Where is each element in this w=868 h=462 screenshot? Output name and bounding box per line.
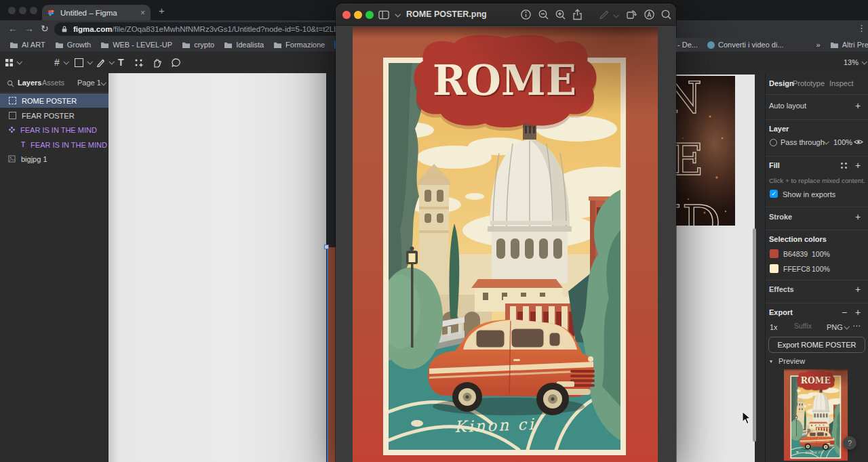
blend-mode-dropdown[interactable]: Pass through	[781, 138, 825, 146]
window-zoom-button[interactable]	[30, 7, 37, 14]
remove-export-icon[interactable]: −	[842, 307, 847, 318]
selection-handle[interactable]	[324, 245, 329, 249]
svg-text:N: N	[675, 76, 702, 123]
new-tab-button[interactable]: +	[159, 5, 165, 16]
figma-favicon	[47, 9, 56, 17]
close-traffic-light[interactable]	[342, 11, 351, 19]
browser-menu-icon[interactable]: ⋮	[857, 23, 866, 33]
add-effect-icon[interactable]: +	[855, 284, 861, 295]
help-button[interactable]: ?	[843, 436, 856, 450]
folder-icon	[273, 41, 282, 49]
window-minimize-button[interactable]	[19, 7, 26, 14]
window-close-button[interactable]	[8, 7, 16, 14]
layer-row-component[interactable]: FEAR IS IN THE MIND	[0, 123, 108, 137]
bookmark-folder[interactable]: Idealista	[224, 41, 264, 49]
search-icon[interactable]	[7, 80, 14, 87]
minimize-traffic-light[interactable]	[354, 11, 362, 19]
add-stroke-icon[interactable]: +	[855, 211, 861, 222]
component-icon	[8, 126, 16, 133]
pen-tool-button[interactable]	[96, 55, 113, 70]
zoom-traffic-light[interactable]	[366, 11, 374, 19]
lock-icon	[61, 25, 68, 33]
comment-tool-button[interactable]	[171, 55, 181, 70]
share-icon[interactable]	[572, 9, 583, 20]
search-icon[interactable]	[660, 9, 672, 20]
layer-row-text[interactable]: T FEAR IS IN THE MIND	[0, 138, 108, 152]
tab-assets[interactable]: Assets	[42, 79, 64, 87]
chevron-down-icon[interactable]	[844, 324, 849, 329]
hand-tool-button[interactable]	[152, 55, 161, 70]
tab-prototype[interactable]: Prototype	[793, 79, 825, 87]
rome-poster-artwork: Kinon ci ROME ROME	[353, 27, 658, 462]
markup-toolbox-icon[interactable]	[644, 9, 655, 20]
eye-icon[interactable]	[854, 138, 863, 146]
export-suffix-input[interactable]	[793, 321, 825, 331]
canvas-frame-fear-poster[interactable]	[108, 73, 326, 462]
bookmarks-overflow-icon[interactable]: »	[816, 41, 821, 49]
show-in-exports-checkbox[interactable]: ✓	[770, 190, 778, 198]
export-scale[interactable]: 1x	[770, 323, 778, 331]
export-button[interactable]: Export ROME POSTER	[768, 337, 865, 353]
forward-icon[interactable]: →	[24, 23, 34, 34]
zoom-level-dropdown[interactable]: 13%	[844, 55, 866, 70]
bookmark-folder[interactable]: WEB - LEVEL-UP	[100, 41, 172, 49]
browser-tab[interactable]: Untitled – Figma ×	[42, 5, 151, 20]
layer-row-image[interactable]: bigjpg 1	[0, 152, 108, 166]
bookmark-folder[interactable]: crypto	[182, 41, 214, 49]
tab-design[interactable]: Design	[769, 79, 794, 87]
color-hex[interactable]: FFEFC8	[783, 265, 810, 273]
folder-icon	[830, 41, 839, 49]
layer-row-fear-poster[interactable]: FEAR POSTER	[0, 108, 108, 123]
color-opacity[interactable]: 100%	[812, 265, 830, 273]
zoom-out-icon[interactable]	[538, 9, 549, 20]
text-tool-button[interactable]: T	[118, 55, 124, 70]
canvas-fear-poster-fragment[interactable]: N E ID	[675, 76, 735, 226]
color-swatch-red[interactable]	[770, 249, 778, 258]
add-auto-layout-icon[interactable]: +	[855, 100, 861, 111]
panel-scrollbar[interactable]	[753, 228, 756, 442]
back-icon[interactable]: ←	[8, 23, 18, 34]
zoom-in-icon[interactable]	[555, 9, 566, 20]
chevron-down-icon	[108, 59, 114, 64]
fear-poster-letters: N E ID	[675, 76, 735, 226]
preview-disclosure-icon[interactable]: ▾	[770, 358, 772, 364]
canvas-frame-rome-poster-edge[interactable]	[328, 247, 336, 462]
mouse-cursor	[742, 411, 751, 425]
markup-pencil-icon[interactable]	[599, 9, 610, 20]
reload-icon[interactable]: ↻	[41, 23, 49, 34]
page-selector[interactable]: Page 1	[77, 79, 101, 87]
chevron-down-icon[interactable]	[613, 12, 618, 18]
color-opacity[interactable]: 100%	[812, 250, 830, 258]
sidebar-toggle-icon[interactable]	[378, 9, 390, 21]
fill-styles-icon[interactable]	[840, 162, 848, 169]
tab-close-icon[interactable]: ×	[140, 8, 145, 18]
layer-opacity[interactable]: 100%	[833, 138, 852, 146]
tab-layers[interactable]: Layers	[18, 79, 41, 87]
add-fill-icon[interactable]: +	[855, 160, 861, 171]
bookmark-converti[interactable]: Converti i video di...	[707, 41, 784, 49]
export-options-icon[interactable]: ⋯	[852, 321, 861, 331]
figma-menu-icon	[5, 58, 14, 67]
blend-mode-icon[interactable]	[770, 139, 777, 146]
color-hex[interactable]: B64839	[783, 250, 808, 258]
text-tool-icon: T	[118, 57, 124, 68]
chevron-down-icon[interactable]	[100, 80, 106, 85]
figma-main-menu[interactable]	[5, 55, 21, 70]
rotate-icon[interactable]	[626, 9, 637, 20]
shape-tool-button[interactable]	[75, 55, 92, 70]
resources-tool-button[interactable]	[134, 55, 143, 70]
add-export-icon[interactable]: +	[855, 307, 861, 318]
bookmark-altri-preferiti[interactable]: Altri Preferiti	[830, 41, 868, 49]
bookmark-folder[interactable]: Formazione	[273, 41, 325, 49]
frame-tool-button[interactable]: #	[54, 55, 68, 70]
layer-row-rome-poster[interactable]: ROME POSTER	[0, 93, 108, 108]
info-icon[interactable]	[520, 9, 532, 20]
chevron-down-icon[interactable]	[395, 12, 400, 17]
bookmark-item[interactable]: - De...	[677, 41, 698, 49]
color-swatch-cream[interactable]	[770, 264, 778, 273]
export-format-dropdown[interactable]: PNG	[827, 323, 843, 331]
preview-window-titlebar[interactable]: ROME POSTER.png	[336, 3, 676, 26]
tab-inspect[interactable]: Inspect	[829, 79, 853, 87]
bookmark-folder[interactable]: AI ART	[9, 41, 45, 49]
bookmark-folder[interactable]: Growth	[55, 41, 91, 49]
